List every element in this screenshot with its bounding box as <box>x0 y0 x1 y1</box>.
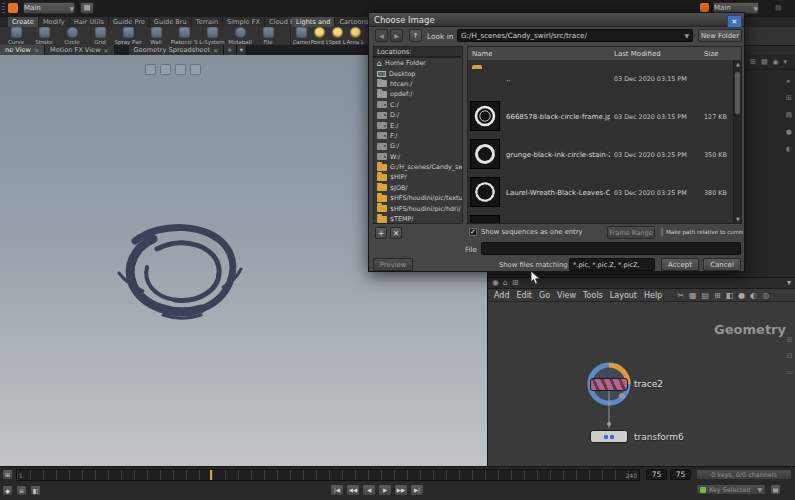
shelf-tool-camera[interactable]: Camera <box>292 27 310 45</box>
shelf-tab[interactable]: Guide Pro <box>109 17 150 27</box>
current-frame-marker[interactable] <box>210 470 212 480</box>
fast-forward-button[interactable]: ▶▶ <box>394 484 408 496</box>
grid-icon[interactable]: ⊞ <box>512 279 519 287</box>
menu-go[interactable]: Go <box>539 291 550 300</box>
dot-icon[interactable]: ● <box>786 128 792 136</box>
menu-layout[interactable]: Layout <box>610 291 637 300</box>
frame-all-icon[interactable]: ⊞ <box>714 291 721 300</box>
node-flag-icon[interactable] <box>604 435 608 439</box>
column-size[interactable]: Size <box>704 50 718 58</box>
rewind-button[interactable]: ◀◀ <box>346 484 360 496</box>
cancel-button[interactable]: Cancel <box>703 258 741 271</box>
zoom-icon[interactable]: ◎ <box>762 291 769 300</box>
desktop-options-button[interactable]: ▤ <box>80 2 94 14</box>
grid-view-icon[interactable]: ▦ <box>689 291 697 300</box>
close-icon[interactable]: ✕ <box>104 47 109 54</box>
shelf-tool-metaball[interactable]: Metaball <box>226 27 254 45</box>
chevron-down-icon[interactable]: ▾ <box>784 58 788 66</box>
location-opdef[interactable]: opdef:/ <box>374 89 462 99</box>
shelf-tab[interactable]: Modify <box>39 17 70 27</box>
location-temp[interactable]: $TEMP/ <box>374 214 462 224</box>
play-button[interactable]: ▶ <box>378 484 392 496</box>
half-icon[interactable]: ◐ <box>786 145 792 153</box>
channel-list-icon[interactable]: ≡ <box>16 485 27 496</box>
location-drive-w[interactable]: W:/ <box>374 152 462 162</box>
scrollbar-thumb[interactable] <box>735 72 740 114</box>
network-canvas[interactable]: Geometry trace2 transform6 ⊞ ⊟ <box>488 302 795 466</box>
jump-start-button[interactable]: |◀ <box>330 484 344 496</box>
scroll-up-icon[interactable]: ▲ <box>734 60 742 68</box>
ink-swirl-geometry[interactable] <box>105 203 255 333</box>
shelf-tool-spray-paint[interactable]: Spray Paint <box>114 27 142 45</box>
remove-location-button[interactable]: ✕ <box>390 227 402 239</box>
shelf-tool-platonic-solids[interactable]: Platonic Solids <box>170 27 198 45</box>
frame-range-button[interactable]: Frame Range <box>607 226 655 239</box>
file-row[interactable]: grunge-black-ink-circle-stain-2 03 Dec 2… <box>468 136 741 175</box>
shelf-tool-wall[interactable]: Wall <box>142 27 170 45</box>
file-row-parent[interactable]: .. 03 Dec 2020 03:15 PM <box>468 60 741 99</box>
file-row[interactable]: 6668578-black-circle-frame.jpg 03 Dec 20… <box>468 98 741 137</box>
tab-motion-fx-view[interactable]: Motion FX View✕ <box>45 45 115 55</box>
drag-grip[interactable] <box>2 3 5 14</box>
pin-icon[interactable]: ◉ <box>492 279 499 287</box>
frame-icon[interactable]: ▭ <box>786 368 793 376</box>
shelf-tab[interactable]: Lights and <box>292 17 335 27</box>
list-view-icon[interactable]: ▤ <box>702 291 710 300</box>
shelf-tool-circle[interactable]: Circle <box>58 27 86 45</box>
preview-button[interactable]: Preview <box>373 258 413 271</box>
shelf-tool-grid[interactable]: Grid <box>86 27 114 45</box>
location-home[interactable]: ⌂Home Folder <box>374 58 462 68</box>
grid-icon[interactable]: ⊞ <box>786 94 792 102</box>
close-icon[interactable]: ✕ <box>213 47 218 54</box>
pin-icon[interactable]: ◉ <box>773 58 779 66</box>
accept-button[interactable]: Accept <box>661 258 699 271</box>
expand-icon[interactable]: ▸ <box>787 77 791 85</box>
new-tab-button[interactable]: + <box>224 45 237 55</box>
home-icon[interactable]: ⌂ <box>503 279 508 287</box>
shelf-tab[interactable]: Guide Bru <box>150 17 192 27</box>
scroll-down-icon[interactable]: ▼ <box>734 215 742 223</box>
desktop-selector-left[interactable]: Main ▼ <box>23 2 75 14</box>
shelf-tab[interactable]: Terrain <box>192 17 223 27</box>
location-hfs-texture[interactable]: $HFS/houdini/pic/texture/ <box>374 193 462 203</box>
file-row[interactable]: Laurel-Wreath-Black-Leaves-Circ 03 Dec 2… <box>468 174 741 213</box>
shelf-tab[interactable]: Simple FX <box>223 17 265 27</box>
playbar-settings-button[interactable]: ▤ <box>770 484 781 495</box>
network-editor[interactable]: ◉ ⌂ ⊞ ▾ Add Edit Go View Tools Layout He… <box>487 277 795 466</box>
checkbox-checked-icon[interactable]: ✓ <box>469 228 477 236</box>
location-htcan[interactable]: htcan:/ <box>374 79 462 89</box>
file-list-scrollbar[interactable]: ▲ ▼ <box>733 60 741 223</box>
layout-icon[interactable]: ⊞ <box>750 58 756 66</box>
new-folder-button[interactable]: New Folder <box>698 29 742 42</box>
column-name[interactable]: Name <box>472 50 493 58</box>
close-icon[interactable]: ✕ <box>727 15 742 28</box>
relative-path-option[interactable]: Make path relative to current directory <box>661 228 743 236</box>
pane-options-icon[interactable]: ▤ <box>775 4 782 12</box>
location-hfs-hdri[interactable]: $HFS/houdini/pic/hdri/ <box>374 203 462 213</box>
location-candy-swirl[interactable]: G:/H_scenes/Candy_swirl/ <box>374 162 462 172</box>
shelf-tab[interactable]: Hair Utils <box>70 17 109 27</box>
location-drive-e[interactable]: E:/ <box>374 120 462 130</box>
node-trace2[interactable] <box>590 378 628 391</box>
key-scope-dropdown[interactable]: Key Selected ▼ <box>696 484 766 495</box>
file-row-partial[interactable] <box>468 212 741 224</box>
audio-icon[interactable]: ◧ <box>30 485 41 496</box>
checkbox-unchecked-icon[interactable] <box>661 228 663 236</box>
shelf-tool-file[interactable]: File <box>254 27 282 45</box>
shelf-tool-spot-light[interactable]: Spot Light <box>328 27 346 45</box>
show-sequences-option[interactable]: ✓ Show sequences as one entry <box>469 228 583 236</box>
current-frame-field[interactable]: 75 <box>646 469 667 480</box>
frame-increment-field[interactable]: 75 <box>670 469 691 480</box>
select-mode-icon[interactable] <box>160 64 171 75</box>
node-flag-icon[interactable] <box>610 435 614 439</box>
node-transform6[interactable] <box>590 430 628 443</box>
zoom-out-icon[interactable]: ⊟ <box>786 352 793 360</box>
menu-edit[interactable]: Edit <box>517 291 533 300</box>
location-job[interactable]: $JOB/ <box>374 183 462 193</box>
shelf-tab[interactable]: Create <box>8 17 39 27</box>
location-desktop[interactable]: Desktop <box>374 68 462 78</box>
close-icon[interactable]: ✕ <box>34 47 39 54</box>
pattern-input[interactable]: *.pic, *.pic.Z, *.picZ, <box>569 258 655 271</box>
shelf-tool-point-light[interactable]: Point Light <box>310 27 328 45</box>
tab-geometry-spreadsheet[interactable]: Geometry Spreadsheet✕ <box>129 45 225 55</box>
